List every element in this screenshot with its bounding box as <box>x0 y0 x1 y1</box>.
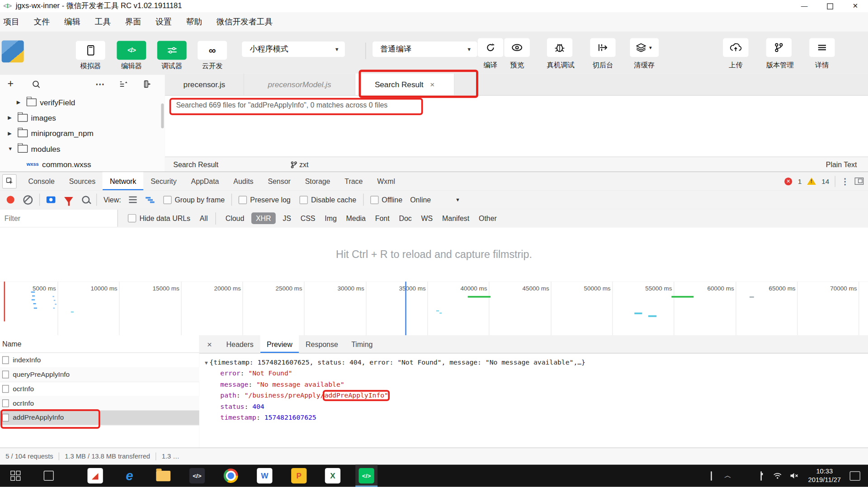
chevron-down-icon[interactable]: ▼ <box>455 197 460 202</box>
tab-audits[interactable]: Audits <box>226 172 260 190</box>
tree-item-common-wxss[interactable]: wxss common.wxss <box>0 157 192 172</box>
tree-item-modules[interactable]: ▼ modules <box>0 141 173 156</box>
explorer-scrollbar[interactable] <box>161 103 164 128</box>
tab-wxml[interactable]: Wxml <box>370 172 402 190</box>
group-by-frame-checkbox[interactable] <box>163 196 171 204</box>
json-field-timestamp[interactable]: timestamp: 1574821607625 <box>220 414 316 421</box>
filter-type-cloud[interactable]: Cloud <box>226 214 245 222</box>
filter-type-img[interactable]: Img <box>325 214 337 222</box>
tree-item-miniprogram-npm[interactable]: ▶ miniprogram_npm <box>0 126 173 141</box>
tab-timing[interactable]: Timing <box>344 335 379 353</box>
filter-type-js[interactable]: JS <box>283 214 291 222</box>
taskbar-app-edge[interactable]: e <box>118 465 141 487</box>
remote-debug-button[interactable]: 真机调试 <box>547 38 575 70</box>
tab-sources[interactable]: Sources <box>62 172 103 190</box>
tab-precensor-js[interactable]: precensor.js <box>165 74 244 95</box>
preserve-log-checkbox[interactable] <box>239 196 247 204</box>
network-icon[interactable] <box>769 473 786 479</box>
tab-network[interactable]: Network <box>103 172 143 190</box>
tab-trace[interactable]: Trace <box>337 172 370 190</box>
menu-help[interactable]: 帮助 <box>179 17 209 27</box>
filter-input[interactable] <box>0 210 118 227</box>
compile-button[interactable]: 编译 <box>478 38 503 70</box>
git-branch-indicator[interactable]: zxt <box>290 160 308 169</box>
tab-preview[interactable]: Preview <box>260 335 299 353</box>
user-avatar[interactable] <box>2 40 24 62</box>
tree-item-verifyfield[interactable]: ▶ verifyField <box>0 94 182 110</box>
tab-storage[interactable]: Storage <box>298 172 338 190</box>
taskbar-app-chrome[interactable] <box>220 465 242 487</box>
kebab-menu-icon[interactable]: ⋮ <box>841 176 849 186</box>
close-button[interactable]: ✕ <box>843 0 868 12</box>
filter-type-doc[interactable]: Doc <box>399 214 411 222</box>
disable-cache-checkbox[interactable] <box>299 196 307 204</box>
view-list-icon[interactable] <box>129 197 137 203</box>
throttling-select[interactable]: Online <box>410 196 431 204</box>
taskbar-app-code-dark[interactable]: </> <box>186 465 208 487</box>
tray-expand-icon[interactable]: ︿ <box>720 471 736 481</box>
menu-project[interactable]: 项目 <box>0 17 27 27</box>
menu-tools[interactable]: 工具 <box>87 17 118 27</box>
maximize-button[interactable] <box>817 0 842 12</box>
editor-toggle[interactable]: </> 编辑器 <box>117 41 146 71</box>
cloud-dev-button[interactable]: ∞ 云开发 <box>198 41 227 71</box>
filter-type-font[interactable]: Font <box>375 214 390 222</box>
menu-edit[interactable]: 编辑 <box>57 17 87 27</box>
request-row-ocrinfo-1[interactable]: ocrInfo <box>0 382 199 397</box>
filter-type-ws[interactable]: WS <box>421 214 433 222</box>
collapse-panel-icon[interactable] <box>138 80 155 88</box>
menu-interface[interactable]: 界面 <box>118 17 148 27</box>
filter-type-xhr[interactable]: XHR <box>251 212 275 224</box>
collapse-all-icon[interactable] <box>115 81 132 88</box>
minimize-button[interactable]: — <box>792 0 817 12</box>
to-background-button[interactable]: 切后台 <box>590 38 615 70</box>
filter-type-all[interactable]: All <box>200 214 208 222</box>
json-field-error[interactable]: error: "Not Found" <box>220 370 292 377</box>
tab-security[interactable]: Security <box>143 172 184 190</box>
add-file-icon[interactable]: + <box>2 78 19 90</box>
keyboard-icon[interactable] <box>703 472 720 480</box>
simulator-toggle[interactable]: 模拟器 <box>76 41 105 71</box>
clear-cache-button[interactable]: ▼ 清缓存 <box>630 38 659 70</box>
tab-precensormodel-js[interactable]: precensorModel.js <box>244 74 355 95</box>
task-view-button[interactable] <box>38 465 60 487</box>
filter-type-media[interactable]: Media <box>346 214 366 222</box>
filter-type-other[interactable]: Other <box>479 214 497 222</box>
taskbar-app-explorer[interactable] <box>152 465 175 487</box>
inspect-element-icon[interactable] <box>2 174 17 188</box>
record-button[interactable] <box>7 196 14 203</box>
compile-mode-select[interactable]: 普通编译 ▼ <box>373 42 477 57</box>
request-list-header[interactable]: Name <box>0 335 199 353</box>
menu-file[interactable]: 文件 <box>27 17 57 27</box>
start-button[interactable] <box>5 465 27 487</box>
volume-muted-icon[interactable] <box>786 473 803 479</box>
menu-wechat-devtools[interactable]: 微信开发者工具 <box>209 17 280 27</box>
tree-item-images[interactable]: ▶ images <box>0 110 173 126</box>
request-row-indexinfo[interactable]: indexInfo <box>0 353 199 368</box>
filmstrip-camera-icon[interactable] <box>47 197 56 203</box>
action-center-icon[interactable] <box>850 471 860 481</box>
more-icon[interactable]: ⋯ <box>92 79 108 89</box>
search-icon[interactable] <box>82 196 90 203</box>
hide-data-urls-checkbox[interactable] <box>128 214 136 222</box>
tab-sensor[interactable]: Sensor <box>260 172 297 190</box>
filter-funnel-icon[interactable] <box>64 197 73 202</box>
tab-headers[interactable]: Headers <box>220 335 260 353</box>
offline-checkbox[interactable] <box>370 196 378 204</box>
json-field-status[interactable]: status: 404 <box>220 403 264 410</box>
clear-icon[interactable] <box>23 195 33 205</box>
tab-response[interactable]: Response <box>299 335 344 353</box>
network-overview-timeline[interactable]: 5000 ms 10000 ms 15000 ms 20000 ms 25000… <box>0 281 868 336</box>
tab-appdata[interactable]: AppData <box>184 172 226 190</box>
request-row-addpreapplyinfo[interactable]: addPreApplyInfo <box>0 411 199 426</box>
filter-type-manifest[interactable]: Manifest <box>442 214 469 222</box>
debugger-toggle[interactable]: 调试器 <box>157 41 187 71</box>
undock-icon[interactable] <box>855 178 864 185</box>
menu-settings[interactable]: 设置 <box>148 17 179 27</box>
taskbar-app-wechat-devtools[interactable]: </> <box>355 465 377 487</box>
view-waterfall-icon[interactable] <box>146 197 155 203</box>
close-icon[interactable]: × <box>430 80 434 89</box>
error-count[interactable]: 1 <box>798 177 802 185</box>
statusbar-language[interactable]: Plain Text <box>826 160 857 169</box>
preview-button[interactable]: 预览 <box>505 38 530 70</box>
